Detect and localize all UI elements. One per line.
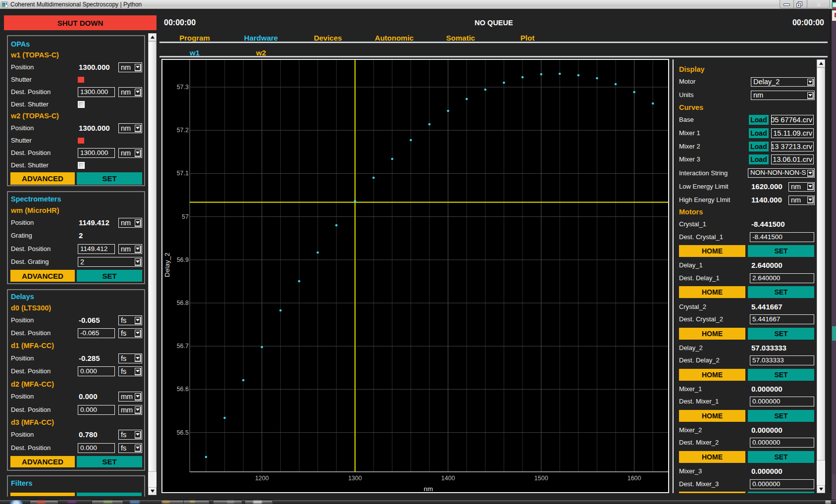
svg-text:Delay_2: Delay_2 xyxy=(163,252,171,277)
svg-text:56.8: 56.8 xyxy=(177,300,189,306)
svg-text:1400: 1400 xyxy=(441,475,455,482)
svg-text:56.6: 56.6 xyxy=(177,386,189,393)
svg-text:1500: 1500 xyxy=(534,475,548,482)
svg-text:57: 57 xyxy=(182,213,189,220)
svg-text:57.3: 57.3 xyxy=(177,84,189,91)
svg-text:1600: 1600 xyxy=(627,475,641,482)
svg-text:nm: nm xyxy=(424,485,433,492)
svg-text:56.9: 56.9 xyxy=(177,256,189,263)
svg-text:57.2: 57.2 xyxy=(177,127,189,134)
svg-text:1200: 1200 xyxy=(255,475,269,482)
svg-text:1300: 1300 xyxy=(348,475,362,482)
svg-text:56.5: 56.5 xyxy=(177,429,189,436)
svg-text:57.1: 57.1 xyxy=(177,170,189,177)
svg-text:56.7: 56.7 xyxy=(177,343,189,350)
